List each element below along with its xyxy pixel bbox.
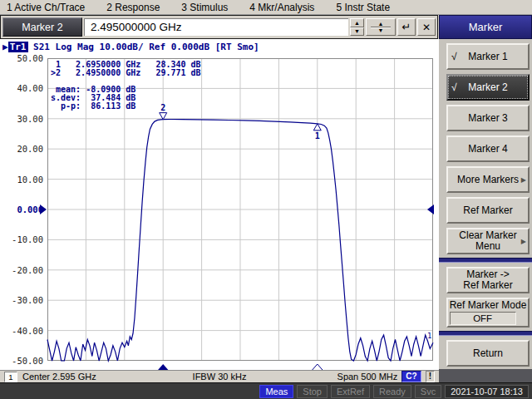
softkey-list: √Marker 1√Marker 2Marker 3Marker 4More M… (439, 43, 532, 367)
checkmark-icon: √ (451, 52, 457, 62)
softkey-label-line: Marker 1 (468, 52, 507, 62)
trace-status-line: ▶Tr1 S21 Log Mag 10.00dB/ Ref 0.000dB [R… (2, 42, 259, 52)
softkey-label: Marker 2 (468, 82, 507, 93)
measurement-display: ▶Tr1 S21 Log Mag 10.00dB/ Ref 0.000dB [R… (0, 39, 439, 370)
softkey-label-line: Marker 3 (468, 113, 507, 124)
step-down-icon: ▼ (378, 29, 384, 32)
softkey-panel: Marker √Marker 1√Marker 2Marker 3Marker … (439, 15, 532, 382)
softkey-label-line: Menu (459, 241, 516, 252)
menu-bar: 1 Active Ch/Trace2 Response3 Stimulus4 M… (0, 0, 532, 15)
softkey-more-markers[interactable]: More Markers▶ (446, 166, 530, 193)
softkey-return[interactable]: Return (446, 340, 530, 367)
step-up-icon: ▲ (378, 22, 384, 26)
marker-1-label: 1 (315, 131, 320, 140)
spinner: ▲ ▼ (350, 18, 364, 36)
softkey-label: Marker 4 (468, 144, 507, 155)
submenu-arrow-icon: ▶ (521, 175, 526, 185)
status-segment-stop: Stop (297, 385, 328, 398)
correction-status-badge: C? (401, 371, 421, 382)
softkey-label: Marker 1 (468, 52, 507, 62)
softkey-label-line: Marker 4 (468, 144, 507, 155)
menu-item-1[interactable]: 1 Active Ch/Trace (7, 2, 85, 13)
marker-table-line: >2 2.4950000 GHz 29.771 dB (51, 69, 201, 77)
y-axis-label: 0.000 (0, 204, 43, 214)
softkey-label-line: Marker 2 (468, 82, 507, 93)
status-segment-svc: Svc (415, 385, 441, 398)
y-axis-label: 10.00 (0, 175, 43, 185)
softkey-marker-3[interactable]: Marker 3 (446, 105, 530, 131)
softkey-label-line: More Markers (457, 175, 519, 185)
softkey-label: Clear MarkerMenu (459, 230, 516, 252)
menu-item-5[interactable]: 5 Instr State (336, 2, 390, 13)
softkey-label-line: Return (473, 348, 503, 359)
softkey-label-line: Ref Marker Mode (450, 300, 527, 311)
softkey-label: Marker ->Ref Marker (463, 269, 512, 291)
y-axis-label: 30.00 (0, 114, 43, 124)
ref-level-indicator-right-icon (427, 204, 434, 214)
trace-name-badge: Tr1 (8, 42, 28, 52)
softkey-marker-1[interactable]: √Marker 1 (446, 43, 530, 70)
ref-level-indicator-left-icon (40, 204, 47, 214)
trace-number-label: 1 (427, 332, 431, 340)
status-segment-extref: ExtRef (331, 385, 370, 398)
softkey-label-line: Ref Marker (463, 205, 512, 216)
menu-item-3[interactable]: 3 Stimulus (181, 2, 228, 13)
system-status-bar: MeasStopExtRefReadySvc2021-10-07 18:13 (0, 382, 532, 399)
submenu-arrow-icon: ▶ (521, 236, 526, 247)
close-entry-button[interactable]: ✕ (417, 18, 436, 36)
checkmark-icon: √ (451, 82, 457, 93)
step-control[interactable]: ▲ ▼ (366, 18, 396, 36)
softkey-marker-4[interactable]: Marker 4 (446, 135, 530, 162)
softkey-value: OFF (450, 312, 516, 325)
softkey-menu-title: Marker (439, 15, 532, 39)
center-frequency-label: Center 2.595 GHz (22, 372, 96, 382)
channel-status-bar: 1 Center 2.595 GHz IFBW 30 kHz Span 500 … (0, 370, 439, 382)
status-segment-meas: Meas (259, 385, 293, 398)
status-segment-ready: Ready (373, 385, 411, 398)
active-trace-arrow-icon: ▶ (2, 42, 8, 52)
menu-item-4[interactable]: 4 Mkr/Analysis (249, 2, 314, 13)
softkey-marker-to-ref-marker[interactable]: Marker ->Ref Marker (446, 267, 530, 293)
vna-screen: 1 Active Ch/Trace2 Response3 Stimulus4 M… (0, 0, 532, 399)
y-axis-label: -30.00 (0, 295, 43, 305)
span-label: Span 500 MHz (337, 372, 398, 382)
datetime-label: 2021-10-07 18:13 (445, 385, 529, 398)
marker-frequency-input[interactable]: 2.495000000 GHz (84, 18, 348, 36)
marker-1-symbol-icon (313, 124, 321, 131)
y-axis-label: -50.00 (0, 356, 43, 366)
softkey-label: Ref Marker (463, 205, 512, 216)
enter-button[interactable]: ↵ (397, 18, 416, 36)
softkey-label: Return (473, 348, 503, 359)
y-axis-label: 50.00 (0, 53, 43, 63)
spin-up-button[interactable]: ▲ (350, 18, 364, 27)
y-axis-label: -40.00 (0, 326, 43, 336)
softkey-label: More Markers (457, 175, 519, 185)
menu-item-2[interactable]: 2 Response (106, 2, 160, 13)
y-axis-label: 20.00 (0, 144, 43, 154)
spin-down-button[interactable]: ▼ (350, 27, 364, 37)
softkey-panel-footer (439, 369, 532, 382)
softkey-clear-marker-menu[interactable]: Clear MarkerMenu▶ (446, 228, 530, 254)
softkey-group-separator (439, 258, 532, 263)
warning-badge: ! (426, 371, 435, 382)
y-axis-label: -10.00 (0, 234, 43, 244)
marker-table: 1 2.6950000 GHz 28.340 dB>2 2.4950000 GH… (51, 61, 201, 111)
softkey-ref-marker-mode[interactable]: Ref Marker ModeOFF (446, 298, 530, 328)
softkey-ref-marker[interactable]: Ref Marker (446, 197, 530, 224)
softkey-marker-2[interactable]: √Marker 2 (446, 74, 530, 101)
y-axis-label: -20.00 (0, 265, 43, 275)
softkey-label-line: Ref Marker (463, 280, 512, 291)
entry-toolbar: Marker 2 2.495000000 GHz ▲ ▼ ▲ ▼ ↵ ✕ (0, 15, 438, 39)
marker-table-line: p-p: 86.113 dB (51, 102, 201, 111)
trace-format-text: S21 Log Mag 10.00dB/ Ref 0.000dB [RT Smo… (28, 42, 259, 52)
softkey-label: Ref Marker ModeOFF (450, 300, 527, 325)
softkey-group-separator (439, 331, 532, 336)
softkey-label: Marker 3 (468, 113, 507, 124)
y-axis-label: 40.00 (0, 83, 43, 93)
entry-label: Marker 2 (2, 17, 82, 37)
channel-number: 1 (4, 372, 17, 382)
